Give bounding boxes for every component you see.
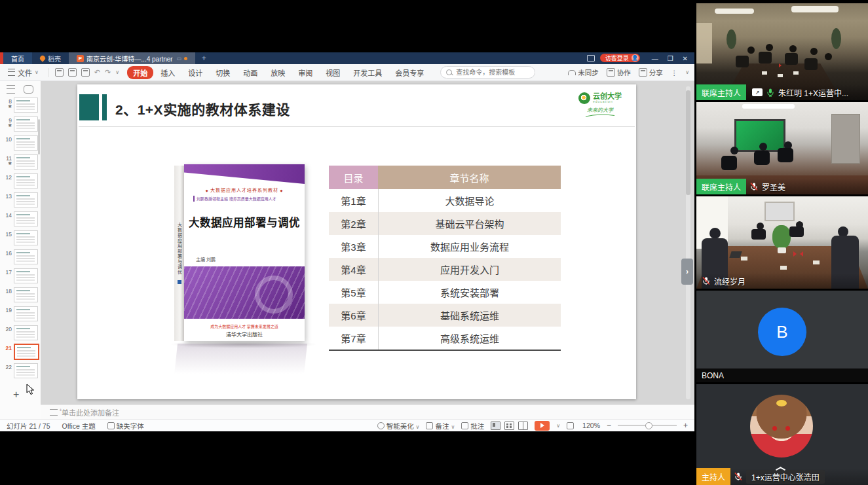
thumbnail-preview[interactable]	[14, 98, 38, 113]
tab-document-active[interactable]: P 南京云创-华博特—...4 partner ▭	[69, 52, 195, 64]
zoom-level[interactable]: 120%	[582, 422, 600, 429]
thumbnail-view-toggle[interactable]	[24, 85, 33, 94]
notes-toggle[interactable]: 备注 ∨	[426, 421, 455, 431]
slideshow-play-button[interactable]	[535, 421, 550, 431]
slide-thumbnail-22[interactable]: 22	[0, 363, 41, 382]
theme-label[interactable]: Office 主题	[62, 421, 96, 431]
cover-tech-graphic	[184, 266, 305, 319]
sync-status[interactable]: 未同步	[568, 67, 599, 77]
more-options-icon[interactable]: ⋮	[671, 69, 678, 77]
ribbon-tab[interactable]: 视图	[320, 66, 346, 79]
thumbnail-preview[interactable]	[14, 230, 38, 245]
slide-thumbnail-21[interactable]: 21	[0, 344, 41, 363]
slide-thumbnail-13[interactable]: 13	[0, 192, 41, 211]
print-preview-icon[interactable]	[81, 68, 90, 77]
zoom-slider-knob[interactable]	[645, 422, 652, 429]
reading-view-icon[interactable]	[518, 422, 528, 430]
ribbon-tab[interactable]: 审阅	[292, 66, 318, 79]
tab-home[interactable]: 首页	[3, 52, 32, 64]
play-options-icon[interactable]: ∨	[556, 423, 560, 429]
search-input[interactable]	[455, 68, 529, 77]
share-button[interactable]: 分享	[639, 67, 663, 77]
new-tab-button[interactable]: +	[195, 52, 212, 64]
thumbnail-preview[interactable]	[14, 154, 38, 170]
thumbnail-preview[interactable]	[14, 363, 38, 378]
slide-thumbnail-19[interactable]: 19	[0, 306, 41, 325]
ribbon-tab[interactable]: 插入	[155, 66, 181, 79]
maximize-button[interactable]: ❐	[668, 55, 673, 62]
command-search[interactable]	[440, 66, 535, 79]
undo-icon[interactable]: ↶	[94, 68, 100, 77]
slide[interactable]: 2、1+X实施的教材体系建设 云创大学 education 未来的大学	[77, 84, 636, 399]
notes-bar[interactable]: 单击此处添加备注	[41, 404, 694, 419]
video-tile-1[interactable]: 联席主持人 ↗ 朱红明 1+X运营中...	[696, 3, 868, 100]
slide-thumbnail-8[interactable]: 8✱	[0, 97, 41, 116]
tab-docer[interactable]: 稻壳	[32, 52, 69, 64]
thumbnail-preview[interactable]	[14, 268, 38, 283]
comments-button[interactable]: 批注	[461, 421, 484, 431]
collaborate-button[interactable]: 协作	[607, 67, 631, 77]
collapse-videos-chevron[interactable]	[775, 467, 785, 473]
thumbnail-preview[interactable]	[14, 306, 38, 321]
ribbon-tab[interactable]: 开发工具	[347, 66, 388, 79]
thumbnail-preview[interactable]	[14, 192, 38, 207]
add-slide-button[interactable]: +	[13, 389, 19, 401]
beautify-button[interactable]: 智能美化 ∨	[377, 421, 420, 431]
fit-window-icon[interactable]	[567, 422, 574, 429]
slide-thumbnail-16[interactable]: 16	[0, 249, 41, 268]
thumbnail-preview[interactable]	[14, 135, 38, 151]
slide-sorter-view-icon[interactable]	[504, 422, 514, 430]
slide-thumbnail-14[interactable]: 14	[0, 211, 41, 230]
thumbnail-preview[interactable]	[14, 173, 38, 189]
ribbon-tab[interactable]: 放映	[265, 66, 291, 79]
file-menu[interactable]: 文件 ∨	[5, 67, 41, 78]
slide-thumbnail-9[interactable]: 9✱	[0, 116, 41, 135]
slide-thumbnail-18[interactable]: 18	[0, 287, 41, 306]
thumbnail-scrollbar[interactable]	[38, 119, 40, 154]
collapse-ribbon-icon[interactable]: ∨	[685, 69, 689, 75]
mic-on-icon	[766, 88, 775, 97]
thumbnail-preview[interactable]	[14, 211, 38, 226]
ribbon-tab[interactable]: 切换	[210, 66, 236, 79]
canvas-scrollbar-thumb[interactable]	[686, 90, 690, 195]
publisher-logo-icon	[178, 280, 181, 284]
thumbnail-preview[interactable]	[14, 249, 38, 264]
zoom-in-button[interactable]: +	[683, 421, 688, 430]
thumbnail-preview[interactable]	[14, 287, 38, 302]
slide-thumbnail-15[interactable]: 15	[0, 230, 41, 249]
ribbon-tab[interactable]: 动画	[237, 66, 263, 79]
thumbnail-preview[interactable]	[14, 325, 38, 340]
close-button[interactable]: ✕	[683, 55, 688, 62]
video-tile-2[interactable]: 联席主持人 罗圣美	[696, 102, 868, 194]
tile-label: 联席主持人 ↗ 朱红明 1+X运营中...	[696, 84, 868, 100]
redo-icon[interactable]: ↷	[105, 68, 111, 77]
toc-chapter-title: 基础云平台架构	[379, 212, 561, 235]
thumbnail-preview[interactable]	[14, 344, 39, 360]
ribbon-tab[interactable]: 会员专享	[389, 66, 430, 79]
video-tile-4[interactable]: B BONA	[696, 291, 868, 382]
book-cover: 大数据应用人才培养系列教材 刘鹏教授领衔主编 培养高质量大数据应用人才 大数据应…	[184, 164, 305, 341]
thumbnail-preview[interactable]	[14, 117, 38, 132]
panel-collapse-handle[interactable]: ›	[681, 259, 693, 285]
slide-thumbnail-11[interactable]: 11✱	[0, 154, 41, 173]
save-icon[interactable]	[55, 68, 64, 77]
normal-view-icon[interactable]	[491, 422, 500, 430]
video-tile-3[interactable]: 流经岁月	[696, 196, 868, 289]
slide-thumbnail-20[interactable]: 20	[0, 325, 41, 344]
minimize-button[interactable]: —	[652, 55, 658, 62]
window-mode-icon[interactable]	[587, 52, 595, 64]
slide-thumbnail-12[interactable]: 12	[0, 173, 41, 192]
slide-thumbnail-10[interactable]: 10	[0, 135, 41, 154]
thumbnail-number: 9✱	[0, 116, 12, 128]
missing-fonts[interactable]: 缺失字体	[107, 421, 144, 431]
zoom-out-button[interactable]: −	[607, 421, 611, 430]
print-icon[interactable]	[68, 68, 77, 77]
zoom-slider[interactable]	[618, 425, 677, 426]
ribbon-tab[interactable]: 开始	[127, 66, 153, 79]
ribbon-tab[interactable]: 设计	[182, 66, 208, 79]
video-tile-5[interactable]: 主持人 1+x运营中心张浩田	[696, 384, 868, 485]
logo-swirl-icon	[578, 92, 590, 104]
guest-login-button[interactable]: 访客登录 👤	[600, 54, 640, 62]
outline-view-toggle[interactable]	[7, 85, 15, 94]
slide-thumbnail-17[interactable]: 17	[0, 268, 41, 287]
